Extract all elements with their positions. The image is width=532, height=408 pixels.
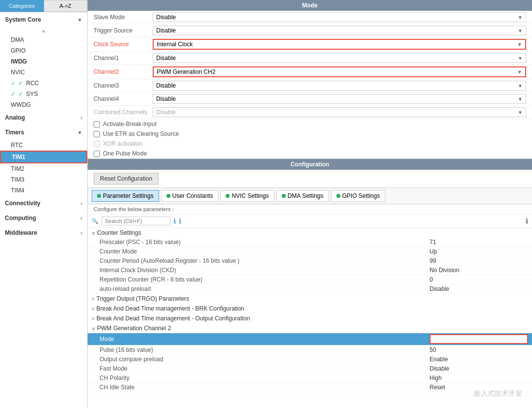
sidebar-section-analog[interactable]: Analog› — [0, 110, 87, 125]
sidebar-item-wwdg[interactable]: WWDG — [0, 99, 87, 110]
sidebar-item-tim2[interactable]: TIM2 — [0, 163, 87, 174]
mode-select[interactable]: Disable▼ — [153, 12, 526, 22]
param-group-header[interactable]: >Trigger Output (TRGO) Parameters — [88, 294, 532, 304]
param-group-pwm-generation-channel-2: ∨PWM Generation Channel 2ModePWM mode 1P… — [88, 323, 532, 392]
mode-row-slave-mode: Slave ModeDisable▼ — [88, 11, 532, 24]
mode-select[interactable]: Internal Clock▼ — [153, 39, 526, 50]
config-tab-dma-settings[interactable]: DMA Settings — [276, 190, 329, 202]
mode-label: Channel3 — [94, 82, 153, 89]
sidebar-item-rtc[interactable]: RTC — [0, 140, 87, 151]
sidebar-item-iwdg[interactable]: IWDG — [0, 56, 87, 67]
param-value: Disable — [430, 365, 528, 372]
sidebar-item-tim4[interactable]: TIM4 — [0, 185, 87, 196]
param-row-ch-idle-state: CH Idle StateReset — [88, 383, 532, 392]
checkbox-row-xor-activation: XOR activation — [88, 139, 532, 149]
search-icon: 🔍 — [92, 218, 99, 224]
tab-label: NVIC Settings — [232, 192, 268, 199]
config-tabs: Parameter SettingsUser ConstantsNVIC Set… — [88, 188, 532, 204]
tab-dot — [336, 194, 340, 198]
param-group-header[interactable]: >Break And Dead Time management - Output… — [88, 314, 532, 323]
search-bar: 🔍 ℹ ℹ ℹ — [88, 215, 532, 228]
sidebar-item-tim1[interactable]: TIM1 — [0, 151, 87, 163]
mode-select[interactable]: Disable▼ — [153, 107, 526, 117]
config-section: Configuration Reset Configuration Parame… — [88, 159, 532, 408]
tab-categories[interactable]: Categories — [0, 0, 44, 12]
param-group-header[interactable]: ∨PWM Generation Channel 2 — [88, 323, 532, 333]
param-row-counter-period-(autoreload-reg: Counter Period (AutoReload Register - 16… — [88, 256, 532, 266]
mode-row-channel4: Channel4Disable▼ — [88, 93, 532, 106]
dropdown-arrow: ▼ — [518, 110, 523, 115]
param-row-repetition-counter-(rcr---8-bi: Repetition Counter (RCR - 8 bits value)0 — [88, 275, 532, 284]
sidebar-item-tim3[interactable]: TIM3 — [0, 174, 87, 185]
config-tab-user-constants[interactable]: User Constants — [161, 190, 219, 202]
check-icon: ✓ — [18, 91, 23, 97]
sidebar-section-label: Connectivity — [5, 200, 40, 207]
tab-az[interactable]: A->Z — [44, 0, 88, 12]
chevron-icon: › — [81, 230, 82, 236]
mode-label: Channel4 — [94, 95, 153, 102]
mode-select[interactable]: Disable▼ — [153, 26, 526, 35]
param-row-ch-polarity: CH PolarityHigh — [88, 374, 532, 383]
reset-config-button[interactable]: Reset Configuration — [94, 173, 159, 185]
param-row-counter-mode: Counter ModeUp — [88, 247, 532, 256]
config-tab-nvic-settings[interactable]: NVIC Settings — [220, 190, 274, 202]
watermark: 嵌入式技术开发 — [474, 389, 522, 398]
sidebar-item-rcc[interactable]: ✓RCC — [0, 78, 87, 89]
dropdown-arrow: ▼ — [518, 56, 523, 61]
tab-dot — [97, 194, 101, 198]
checkbox-One_Pulse_Mode[interactable] — [94, 151, 100, 157]
sidebar-item-dma[interactable]: DMA — [0, 34, 87, 45]
param-row-mode: ModePWM mode 1 — [88, 333, 532, 345]
param-group-header[interactable]: ∨Counter Settings — [88, 228, 532, 238]
search-input[interactable] — [101, 217, 170, 225]
tab-dot — [282, 194, 286, 198]
param-name: Counter Period (AutoReload Register - 16… — [100, 257, 430, 264]
expand-icon: > — [92, 306, 95, 312]
sidebar-section-computing[interactable]: Computing› — [0, 211, 87, 225]
checkbox-label: Use ETR as Clearing Source — [103, 130, 179, 137]
sidebar-section-label: System Core — [5, 16, 41, 23]
chevron-icon: › — [81, 115, 82, 121]
config-tab-gpio-settings[interactable]: GPIO Settings — [331, 190, 386, 202]
param-row-fast-mode: Fast ModeDisable — [88, 364, 532, 374]
mode-select[interactable]: Disable▼ — [153, 94, 526, 104]
sidebar-content: System Core▼▲DMAGPIOIWDGNVIC✓RCC✓SYSWWDG… — [0, 12, 87, 240]
mode-row-combined-channels: Combined ChannelsDisable▼ — [88, 106, 532, 119]
tab-dot — [226, 194, 230, 198]
config-tab-parameter-settings[interactable]: Parameter Settings — [92, 190, 159, 202]
mode-row-clock-source: Clock SourceInternal Clock▼ — [88, 37, 532, 52]
config-toolbar: Reset Configuration — [88, 170, 532, 188]
mode-row-channel1: Channel1Disable▼ — [88, 52, 532, 65]
sidebar-section-connectivity[interactable]: Connectivity› — [0, 196, 87, 211]
checkbox-row-activate-break-input: Activate-Break-Input — [88, 119, 532, 129]
sidebar-item-gpio[interactable]: GPIO — [0, 45, 87, 56]
checkbox-Use_ETR_as_Clearing_Source[interactable] — [94, 131, 100, 137]
sidebar-section-system-core[interactable]: System Core▼ — [0, 12, 87, 27]
group-label: Break And Dead Time management - Output … — [97, 315, 250, 322]
mode-select[interactable]: Disable▼ — [153, 81, 526, 91]
param-row-output-compare-preload: Output compare preloadEnable — [88, 355, 532, 364]
sidebar-section-label: Middleware — [5, 229, 37, 236]
info-icon-2[interactable]: ℹ — [179, 217, 181, 225]
group-label: PWM Generation Channel 2 — [97, 325, 171, 332]
params-header: Configure the below parameters : — [88, 204, 532, 215]
mode-select[interactable]: PWM Generation CH2▼ — [153, 66, 526, 77]
mode-select[interactable]: Disable▼ — [153, 53, 526, 63]
param-group-header[interactable]: >Break And Dead Time management - BRK Co… — [88, 304, 532, 314]
param-group-break-and-dead-time-management: >Break And Dead Time management - BRK Co… — [88, 304, 532, 314]
mode-row-channel2: Channel2PWM Generation CH2▼ — [88, 65, 532, 79]
sidebar-section-timers[interactable]: Timers▼ — [0, 125, 87, 140]
sidebar-section-middleware[interactable]: Middleware› — [0, 225, 87, 240]
info-button[interactable]: ℹ — [526, 217, 528, 225]
param-value: Disable — [430, 285, 528, 292]
sidebar-item-nvic[interactable]: NVIC — [0, 67, 87, 78]
sidebar-tabs: Categories A->Z — [0, 0, 87, 12]
expand-icon: > — [92, 316, 95, 321]
param-name: Fast Mode — [100, 365, 430, 372]
checkbox-row-use-etr-as-clearing-source: Use ETR as Clearing Source — [88, 129, 532, 139]
sidebar-section-label: Timers — [5, 129, 24, 136]
params-content: ∨Counter SettingsPrescaler (PSC - 16 bit… — [88, 228, 532, 408]
info-icon-1[interactable]: ℹ — [173, 217, 176, 225]
checkbox-Activate-Break-Input[interactable] — [94, 121, 100, 127]
sidebar-item-sys[interactable]: ✓SYS — [0, 89, 87, 99]
